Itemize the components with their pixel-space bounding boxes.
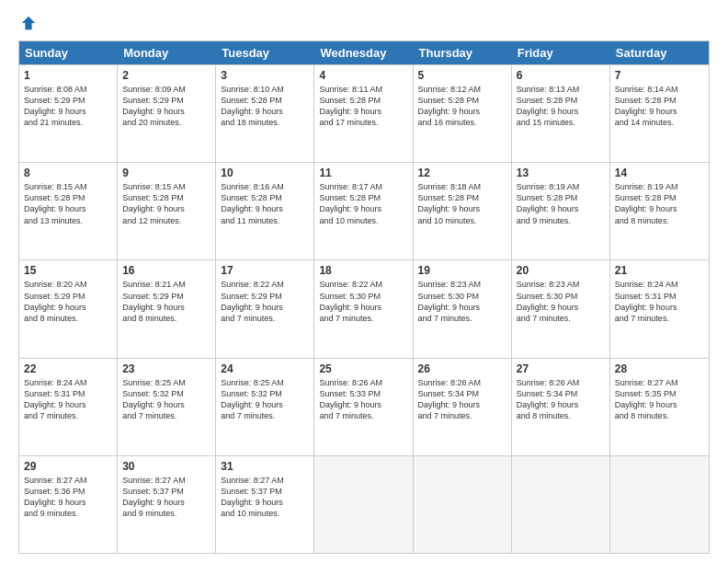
calendar-cell: 15Sunrise: 8:20 AMSunset: 5:29 PMDayligh… [19,260,118,357]
cell-info: Sunrise: 8:16 AMSunset: 5:28 PMDaylight:… [221,181,309,226]
day-number: 2 [122,69,210,82]
cell-info: Sunrise: 8:22 AMSunset: 5:30 PMDaylight:… [319,279,407,324]
cell-info: Sunrise: 8:26 AMSunset: 5:33 PMDaylight:… [319,377,407,422]
calendar-row-5: 29Sunrise: 8:27 AMSunset: 5:36 PMDayligh… [19,455,709,553]
day-number: 9 [122,167,210,179]
calendar-cell: 4Sunrise: 8:11 AMSunset: 5:28 PMDaylight… [314,65,413,162]
cell-info: Sunrise: 8:15 AMSunset: 5:28 PMDaylight:… [24,181,112,226]
calendar-cell: 26Sunrise: 8:26 AMSunset: 5:34 PMDayligh… [414,359,512,455]
calendar-cell: 11Sunrise: 8:17 AMSunset: 5:28 PMDayligh… [314,163,413,259]
cell-info: Sunrise: 8:13 AMSunset: 5:28 PMDaylight:… [517,84,605,129]
calendar-cell: 28Sunrise: 8:27 AMSunset: 5:35 PMDayligh… [610,359,709,455]
calendar-header: SundayMondayTuesdayWednesdayThursdayFrid… [19,41,709,64]
day-number: 8 [24,167,112,179]
day-number: 31 [221,460,309,473]
day-number: 18 [319,264,407,277]
calendar-row-4: 22Sunrise: 8:24 AMSunset: 5:31 PMDayligh… [19,358,709,455]
calendar-cell: 9Sunrise: 8:15 AMSunset: 5:28 PMDaylight… [118,163,216,259]
day-number: 22 [24,362,112,375]
cell-info: Sunrise: 8:27 AMSunset: 5:37 PMDaylight:… [221,475,309,520]
calendar-cell [610,456,709,553]
cell-info: Sunrise: 8:20 AMSunset: 5:29 PMDaylight:… [24,279,112,324]
calendar-cell: 25Sunrise: 8:26 AMSunset: 5:33 PMDayligh… [314,359,413,455]
calendar-cell: 10Sunrise: 8:16 AMSunset: 5:28 PMDayligh… [216,163,314,259]
cell-info: Sunrise: 8:19 AMSunset: 5:28 PMDaylight:… [517,181,605,226]
cell-info: Sunrise: 8:23 AMSunset: 5:30 PMDaylight:… [418,279,506,324]
calendar-cell [314,456,413,553]
cell-info: Sunrise: 8:11 AMSunset: 5:28 PMDaylight:… [319,84,407,129]
logo-icon [20,15,37,31]
header [18,15,710,31]
day-number: 7 [615,69,704,82]
day-number: 20 [517,264,605,277]
day-number: 30 [122,460,210,473]
calendar-cell: 1Sunrise: 8:08 AMSunset: 5:29 PMDaylight… [19,65,118,162]
day-number: 26 [418,362,506,375]
cell-info: Sunrise: 8:19 AMSunset: 5:28 PMDaylight:… [615,181,704,226]
cell-info: Sunrise: 8:10 AMSunset: 5:28 PMDaylight:… [221,84,309,129]
calendar-cell: 16Sunrise: 8:21 AMSunset: 5:29 PMDayligh… [118,260,216,357]
day-number: 19 [418,264,506,277]
day-number: 15 [24,264,112,277]
calendar-cell: 19Sunrise: 8:23 AMSunset: 5:30 PMDayligh… [414,260,512,357]
calendar-cell: 29Sunrise: 8:27 AMSunset: 5:36 PMDayligh… [19,456,118,553]
cell-info: Sunrise: 8:27 AMSunset: 5:35 PMDaylight:… [615,377,704,422]
calendar-cell: 5Sunrise: 8:12 AMSunset: 5:28 PMDaylight… [414,65,512,162]
day-number: 4 [319,69,407,82]
calendar-cell: 18Sunrise: 8:22 AMSunset: 5:30 PMDayligh… [314,260,413,357]
day-number: 24 [221,362,309,375]
cell-info: Sunrise: 8:23 AMSunset: 5:30 PMDaylight:… [517,279,605,324]
cell-info: Sunrise: 8:27 AMSunset: 5:37 PMDaylight:… [122,475,210,520]
header-day-sunday: Sunday [19,41,118,64]
calendar-cell [414,456,512,553]
calendar: SundayMondayTuesdayWednesdayThursdayFrid… [18,40,710,554]
cell-info: Sunrise: 8:21 AMSunset: 5:29 PMDaylight:… [122,279,210,324]
calendar-row-1: 1Sunrise: 8:08 AMSunset: 5:29 PMDaylight… [19,64,709,162]
header-day-thursday: Thursday [414,41,512,64]
calendar-cell [512,456,610,553]
day-number: 23 [122,362,210,375]
calendar-cell: 6Sunrise: 8:13 AMSunset: 5:28 PMDaylight… [512,65,610,162]
calendar-cell: 22Sunrise: 8:24 AMSunset: 5:31 PMDayligh… [19,359,118,455]
calendar-cell: 13Sunrise: 8:19 AMSunset: 5:28 PMDayligh… [512,163,610,259]
calendar-row-3: 15Sunrise: 8:20 AMSunset: 5:29 PMDayligh… [19,259,709,357]
cell-info: Sunrise: 8:18 AMSunset: 5:28 PMDaylight:… [418,181,506,226]
header-day-wednesday: Wednesday [314,41,413,64]
day-number: 27 [517,362,605,375]
header-day-friday: Friday [512,41,610,64]
cell-info: Sunrise: 8:27 AMSunset: 5:36 PMDaylight:… [24,475,112,520]
calendar-cell: 12Sunrise: 8:18 AMSunset: 5:28 PMDayligh… [414,163,512,259]
cell-info: Sunrise: 8:25 AMSunset: 5:32 PMDaylight:… [122,377,210,422]
calendar-cell: 17Sunrise: 8:22 AMSunset: 5:29 PMDayligh… [216,260,314,357]
calendar-cell: 27Sunrise: 8:26 AMSunset: 5:34 PMDayligh… [512,359,610,455]
cell-info: Sunrise: 8:14 AMSunset: 5:28 PMDaylight:… [615,84,704,129]
cell-info: Sunrise: 8:12 AMSunset: 5:28 PMDaylight:… [418,84,506,129]
day-number: 25 [319,362,407,375]
calendar-cell: 7Sunrise: 8:14 AMSunset: 5:28 PMDaylight… [610,65,709,162]
day-number: 21 [615,264,704,277]
cell-info: Sunrise: 8:15 AMSunset: 5:28 PMDaylight:… [122,181,210,226]
day-number: 29 [24,460,112,473]
svg-marker-0 [22,17,35,29]
header-day-monday: Monday [118,41,216,64]
calendar-cell: 20Sunrise: 8:23 AMSunset: 5:30 PMDayligh… [512,260,610,357]
cell-info: Sunrise: 8:24 AMSunset: 5:31 PMDaylight:… [615,279,704,324]
day-number: 3 [221,69,309,82]
day-number: 5 [418,69,506,82]
cell-info: Sunrise: 8:26 AMSunset: 5:34 PMDaylight:… [418,377,506,422]
calendar-cell: 31Sunrise: 8:27 AMSunset: 5:37 PMDayligh… [216,456,314,553]
day-number: 16 [122,264,210,277]
day-number: 11 [319,167,407,179]
day-number: 14 [615,167,704,179]
cell-info: Sunrise: 8:09 AMSunset: 5:29 PMDaylight:… [122,84,210,129]
day-number: 6 [517,69,605,82]
calendar-cell: 3Sunrise: 8:10 AMSunset: 5:28 PMDaylight… [216,65,314,162]
calendar-cell: 24Sunrise: 8:25 AMSunset: 5:32 PMDayligh… [216,359,314,455]
cell-info: Sunrise: 8:24 AMSunset: 5:31 PMDaylight:… [24,377,112,422]
day-number: 1 [24,69,112,82]
calendar-row-2: 8Sunrise: 8:15 AMSunset: 5:28 PMDaylight… [19,162,709,259]
calendar-body: 1Sunrise: 8:08 AMSunset: 5:29 PMDaylight… [19,64,709,553]
cell-info: Sunrise: 8:26 AMSunset: 5:34 PMDaylight:… [517,377,605,422]
calendar-cell: 14Sunrise: 8:19 AMSunset: 5:28 PMDayligh… [610,163,709,259]
logo [18,15,37,31]
